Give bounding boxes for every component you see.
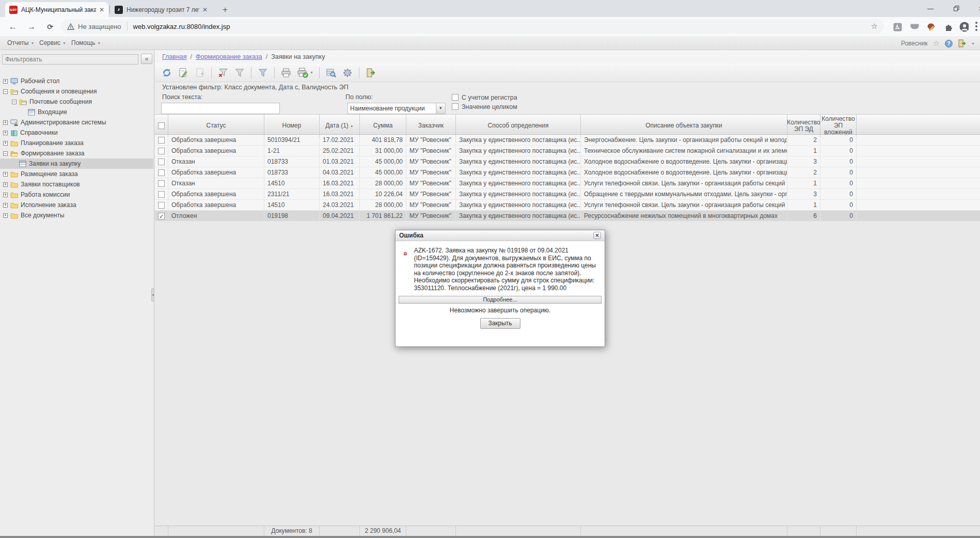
dialog-title-bar[interactable]: Ошибка ✕ xyxy=(396,230,605,241)
favorites-star-icon[interactable]: ☆ xyxy=(933,39,940,48)
pdf-extension-icon[interactable] xyxy=(893,22,902,31)
table-row[interactable]: Обработка завершена2311/2116.03.202110 2… xyxy=(155,189,980,200)
column-header-method[interactable]: Способ определения xyxy=(456,115,581,137)
sidebar-item[interactable]: +Администрирование системы xyxy=(0,117,153,128)
tree-expander-icon[interactable]: + xyxy=(3,172,8,177)
shade-extension-icon[interactable] xyxy=(910,22,919,31)
tree-expander-icon[interactable]: + xyxy=(3,213,8,218)
splitter-handle[interactable]: ◂ xyxy=(151,288,154,302)
address-bar[interactable]: Не защищено web.volgzakaz.ru:8080/index.… xyxy=(61,19,884,34)
sidebar-item[interactable]: +Рабочий стол xyxy=(0,76,153,86)
table-row[interactable]: ✓Отложен01919809.04.20211 701 861,22МУ "… xyxy=(155,211,980,221)
table-row[interactable]: Отказан1451016.03.202128 000,00МУ "Ровес… xyxy=(155,178,980,189)
tab-close-icon[interactable]: ✕ xyxy=(99,7,104,13)
clear-filter-button[interactable] xyxy=(215,66,231,80)
column-header-number[interactable]: Номер xyxy=(264,115,320,137)
field-select[interactable]: Наименование продукции ▼ xyxy=(347,103,446,114)
column-header-status[interactable]: Статус xyxy=(168,115,264,137)
window-restore-button[interactable] xyxy=(946,0,967,17)
bookmark-star-icon[interactable]: ☆ xyxy=(871,22,878,31)
sidebar-item[interactable]: −Сообщения и оповещения xyxy=(0,86,153,97)
table-row[interactable]: Отказан01873301.03.202145 000,00МУ "Рове… xyxy=(155,156,980,167)
refresh-button[interactable] xyxy=(159,66,175,80)
row-checkbox[interactable] xyxy=(158,148,165,154)
table-row[interactable]: Обработка завершена1-2125.02.202131 000,… xyxy=(155,146,980,156)
sidebar-item[interactable]: +Размещение заказа xyxy=(0,169,153,179)
tab-close-icon[interactable]: ✕ xyxy=(202,7,208,13)
search-input[interactable] xyxy=(161,103,280,114)
menu-service[interactable]: Сервис▼ xyxy=(39,39,66,46)
close-button[interactable]: Закрыть xyxy=(480,318,520,329)
forward-icon[interactable]: → xyxy=(25,20,38,34)
chevron-down-icon[interactable]: ▼ xyxy=(971,42,975,45)
new-tab-button[interactable]: + xyxy=(219,4,231,16)
profile-avatar[interactable] xyxy=(959,22,969,31)
url-text[interactable]: web.volgzakaz.ru:8080/index.jsp xyxy=(133,23,230,30)
browser-menu-icon[interactable]: ••• xyxy=(973,21,980,32)
row-checkbox[interactable] xyxy=(158,137,165,144)
new-document-button[interactable] xyxy=(192,66,208,80)
tree-expander-icon[interactable]: + xyxy=(3,182,8,187)
row-checkbox[interactable] xyxy=(158,169,165,176)
row-checkbox[interactable] xyxy=(158,191,165,198)
row-checkbox[interactable]: ✓ xyxy=(158,213,165,219)
tree-expander-icon[interactable]: + xyxy=(3,141,8,146)
sidebar-item[interactable]: Входящие xyxy=(0,107,153,117)
sidebar-item[interactable]: −Формирование заказа xyxy=(0,148,153,159)
security-label[interactable]: Не защищено xyxy=(78,23,121,30)
sidebar-item[interactable]: +Исполнение заказа xyxy=(0,200,153,210)
tree-expander-icon[interactable]: + xyxy=(3,131,8,135)
column-header-ep-ed[interactable]: Количество ЭП ЭД xyxy=(787,115,820,137)
help-icon[interactable]: ? xyxy=(945,40,953,48)
breadcrumb-home-link[interactable]: Главная xyxy=(162,53,187,60)
dialog-close-icon[interactable]: ✕ xyxy=(593,232,601,239)
settings-button[interactable] xyxy=(340,66,355,80)
column-header-sum[interactable]: Сумма xyxy=(360,115,406,137)
tree-expander-icon[interactable]: − xyxy=(12,100,17,104)
sidebar-item[interactable]: +Работа комиссии xyxy=(0,189,153,200)
browser-tab-inactive[interactable]: ✗ Нижегородцу грозит 7 лет коло ✕ xyxy=(110,2,212,17)
tree-expander-icon[interactable]: − xyxy=(3,89,8,94)
tree-expander-icon[interactable]: + xyxy=(3,120,8,125)
row-checkbox[interactable] xyxy=(158,180,165,187)
chevron-down-icon[interactable]: ▼ xyxy=(436,103,445,114)
print-button[interactable] xyxy=(278,66,294,80)
tree-expander-icon[interactable]: + xyxy=(3,79,8,84)
tree-expander-icon[interactable]: + xyxy=(3,193,8,197)
tree-expander-icon[interactable]: + xyxy=(3,203,8,208)
filter-selection-button[interactable] xyxy=(255,66,271,80)
extensions-puzzle-icon[interactable] xyxy=(944,22,953,31)
menu-help[interactable]: Помощь▼ xyxy=(71,39,101,46)
row-checkbox[interactable] xyxy=(158,202,165,209)
whole-value-checkbox[interactable] xyxy=(452,103,459,110)
case-sensitive-checkbox[interactable] xyxy=(452,94,459,101)
details-button[interactable]: Подробнее... xyxy=(399,296,602,304)
breadcrumb-section-link[interactable]: Формирование заказа xyxy=(196,53,262,60)
exit-button[interactable] xyxy=(363,66,378,80)
back-icon[interactable]: ← xyxy=(6,20,20,34)
row-checkbox[interactable] xyxy=(158,159,165,165)
tree-expander-icon[interactable]: − xyxy=(3,151,8,156)
table-row[interactable]: Обработка завершена01873304.03.202145 00… xyxy=(155,167,980,178)
print-with-signature-button[interactable]: ▼ xyxy=(295,66,315,80)
window-close-button[interactable]: ✕ xyxy=(971,0,980,17)
column-header-ep-att[interactable]: Количество ЭП вложений xyxy=(820,115,857,137)
sidebar-item[interactable]: +Все документы xyxy=(0,210,153,220)
logout-door-icon[interactable] xyxy=(958,39,966,48)
column-header-date[interactable]: Дата (1)▲ xyxy=(320,115,360,137)
sidebar-item[interactable]: +Заявки поставщиков xyxy=(0,179,153,189)
stamp-extension-icon[interactable] xyxy=(927,22,936,31)
sidebar-collapse-button[interactable]: « xyxy=(141,54,152,64)
column-header-customer[interactable]: Заказчик xyxy=(406,115,456,137)
reload-icon[interactable]: ⟳ xyxy=(43,20,57,34)
select-all-checkbox[interactable] xyxy=(158,122,165,129)
edit-button[interactable] xyxy=(176,66,191,80)
set-filter-button[interactable] xyxy=(232,66,247,80)
column-header-description[interactable]: Описание объекта закупки xyxy=(581,115,787,137)
browser-tab-active[interactable]: БФТ АЦК-Муниципальный заказ. Ин ✕ xyxy=(5,2,108,17)
grid-settings-button[interactable] xyxy=(323,66,339,80)
sidebar-item[interactable]: −Почтовые сообщения xyxy=(0,97,153,107)
window-minimize-button[interactable]: — xyxy=(920,0,941,17)
menu-reports[interactable]: Отчеты▼ xyxy=(7,39,34,46)
sidebar-item[interactable]: +Справочники xyxy=(0,128,153,138)
